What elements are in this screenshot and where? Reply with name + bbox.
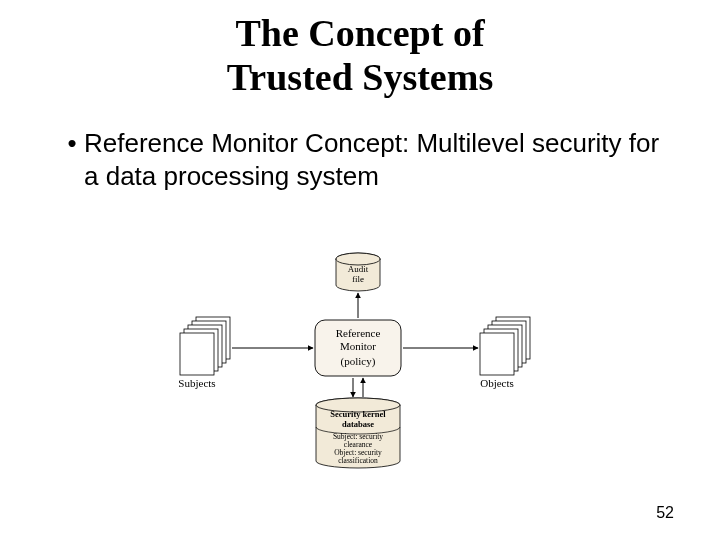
secdb-line2: database	[342, 419, 374, 429]
subjects-stack-icon	[180, 317, 230, 375]
bullet-list: • Reference Monitor Concept: Multilevel …	[60, 127, 660, 192]
refmon-line1: Reference	[336, 327, 381, 339]
title-line2: Trusted Systems	[227, 56, 493, 98]
reference-monitor-diagram: Subjects Objects Reference Monitor (poli…	[0, 245, 720, 475]
objects-label: Objects	[480, 377, 514, 389]
page-number: 52	[656, 504, 674, 522]
title-line1: The Concept of	[235, 12, 484, 54]
bullet-item: • Reference Monitor Concept: Multilevel …	[60, 127, 660, 192]
security-kernel-db-cylinder-icon: Security kernel database Subject: securi…	[316, 398, 400, 468]
svg-rect-4	[180, 333, 214, 375]
secdb-sub4: classification	[338, 456, 378, 465]
audit-file-cylinder-icon: Audit file	[336, 253, 380, 291]
subjects-label: Subjects	[178, 377, 215, 389]
audit-line2: file	[352, 274, 364, 284]
objects-stack-icon	[480, 317, 530, 375]
bullet-dot-icon: •	[60, 127, 84, 160]
audit-line1: Audit	[348, 264, 369, 274]
refmon-line2: Monitor	[340, 340, 376, 352]
slide-title: The Concept of Trusted Systems	[0, 0, 720, 99]
refmon-line3: (policy)	[341, 355, 376, 368]
secdb-line1: Security kernel	[330, 409, 386, 419]
bullet-text: Reference Monitor Concept: Multilevel se…	[84, 127, 660, 192]
reference-monitor-box: Reference Monitor (policy)	[315, 320, 401, 376]
svg-rect-9	[480, 333, 514, 375]
